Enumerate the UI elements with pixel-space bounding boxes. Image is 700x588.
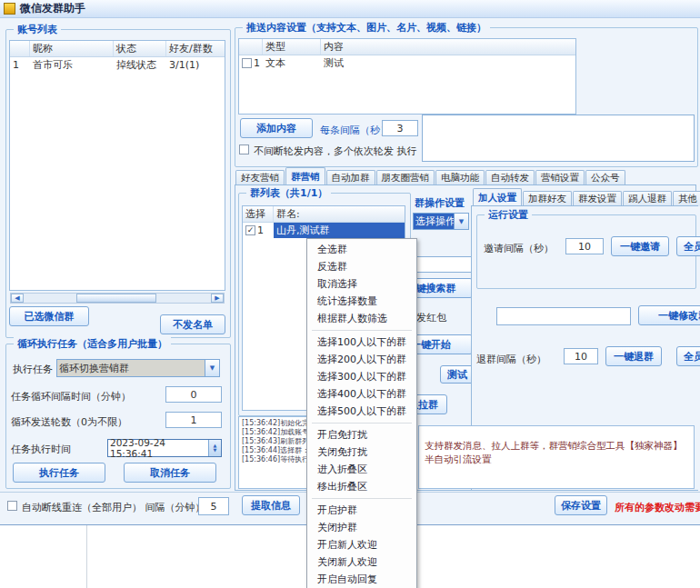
account-table[interactable]: 昵称 状态 好友/群数 1 首市可乐 掉线状态 3/1(1) [9, 40, 225, 291]
menu-item[interactable]: 全选群 [307, 241, 416, 258]
load-selected-groups-button[interactable]: 已选微信群 [9, 306, 89, 326]
auto-reconnect-checkbox[interactable] [7, 501, 17, 511]
tab-member-2[interactable]: 加群好友 [523, 191, 572, 206]
task-select-value: 循环切换营销群 [57, 360, 205, 376]
menu-item[interactable]: 选择400人以下的群 [307, 385, 416, 403]
invite-all-button[interactable]: 全员邀请 [676, 236, 700, 256]
account-table-hscrollbar[interactable]: ◀ ▶ [10, 293, 225, 304]
menu-separator [312, 423, 412, 424]
tab-member-5[interactable]: 其他 [673, 191, 700, 206]
tab-main-1[interactable]: 好友营销 [235, 170, 285, 185]
loop-send-checkbox[interactable] [239, 145, 249, 154]
menu-item[interactable]: 取消选择 [307, 275, 416, 293]
tab-member-3[interactable]: 群发设置 [573, 191, 622, 206]
tab-member-1[interactable]: 加人设置 [473, 188, 522, 206]
chevron-down-icon[interactable]: ▼ [205, 360, 219, 376]
table-row[interactable]: ✓ 1 山丹,测试群 [243, 223, 405, 238]
task-time-input[interactable]: 2023-09-24 15:36:41 ▲▼ [107, 439, 222, 457]
background-edge-line [86, 525, 87, 588]
tab-main-7[interactable]: 营销设置 [535, 170, 585, 185]
extract-info-button[interactable]: 提取信息 [242, 495, 300, 515]
quit-button[interactable]: 一键退群 [605, 346, 662, 366]
save-settings-button[interactable]: 保存设置 [555, 495, 607, 515]
menu-item[interactable]: 开启免打扰 [307, 426, 416, 443]
menu-item[interactable]: 统计选择数量 [307, 293, 416, 310]
menu-separator [312, 498, 412, 499]
menu-item[interactable]: 开启护群 [307, 502, 416, 519]
group-ops-select[interactable]: 选择操作 ▼ [413, 213, 469, 230]
menu-item[interactable]: 选择200人以下的群 [307, 351, 416, 368]
task-rounds-input[interactable]: 1 [165, 412, 222, 428]
rename-input[interactable] [496, 307, 631, 325]
menu-item[interactable]: 选择500人以下的群 [307, 403, 416, 420]
group-row-checkbox[interactable]: ✓ [245, 225, 255, 235]
rename-button[interactable]: 一键修改群名 [638, 305, 700, 325]
task-interval-label: 任务循环间隔时间（分钟） [11, 390, 131, 404]
add-content-button[interactable]: 添加内容 [240, 118, 313, 138]
menu-item[interactable]: 关闭免打扰 [307, 443, 416, 461]
group-col-select: 选择 [243, 206, 274, 222]
group-row-name[interactable]: 山丹,测试群 [274, 223, 405, 238]
tab-main-6[interactable]: 自动转发 [485, 170, 535, 185]
table-row[interactable]: 1 文本 测试 [239, 55, 575, 71]
quit-all-button[interactable]: 全员退群 [676, 346, 700, 366]
gap-input[interactable]: 3 [382, 120, 418, 136]
content-col-index [239, 39, 263, 55]
content-row-checkbox[interactable] [242, 58, 252, 68]
scroll-thumb[interactable] [76, 294, 156, 303]
tab-main-8[interactable]: 公众号 [585, 170, 625, 185]
task-interval-input[interactable]: 0 [165, 386, 222, 403]
group-ops-context-menu: 全选群反选群取消选择统计选择数量根据群人数筛选选择100人以下的群选择200人以… [306, 238, 417, 588]
loop-send-label: 不间断轮发内容，多个依次轮发 执行 [254, 145, 417, 158]
invite-button[interactable]: 一键邀请 [611, 236, 669, 256]
invite-interval-input[interactable]: 10 [565, 238, 604, 254]
menu-item[interactable]: 进入折叠区 [307, 461, 416, 478]
table-row[interactable]: 1 首市可乐 掉线状态 3/1(1) [10, 57, 225, 73]
task-select[interactable]: 循环切换营销群 ▼ [56, 359, 220, 377]
content-preview-box[interactable] [422, 115, 695, 162]
tab-main-3[interactable]: 自动加群 [326, 170, 375, 185]
account-row-status: 掉线状态 [114, 58, 166, 72]
menu-item[interactable]: 选择300人以下的群 [307, 368, 416, 385]
tab-main-5[interactable]: 电脑功能 [435, 170, 485, 185]
title-bar[interactable]: 微信发群助手 [0, 0, 700, 18]
auto-reconnect-input[interactable]: 5 [198, 497, 229, 515]
scroll-left-icon[interactable]: ◀ [11, 294, 24, 303]
no-send-list-button[interactable]: 不发名单 [160, 314, 225, 334]
account-col-counts: 好友/群数 [166, 41, 223, 56]
content-table[interactable]: 类型 内容 1 文本 测试 [238, 38, 576, 115]
unsaved-notice: 所有的参数改动需要保存 [615, 501, 700, 514]
menu-item[interactable]: 根据群人数筛选 [307, 310, 416, 327]
account-col-index [10, 41, 30, 56]
window-title: 微信发群助手 [20, 1, 85, 16]
tab-member-4[interactable]: 踢人退群 [623, 191, 672, 206]
run-task-button[interactable]: 执行任务 [13, 463, 105, 483]
content-table-header: 类型 内容 [239, 39, 575, 55]
menu-item[interactable]: 开启新人欢迎 [307, 536, 416, 553]
account-col-status: 状态 [114, 41, 166, 56]
auto-reconnect-label: 自动断线重连（全部用户） 间隔（分钟） [22, 501, 205, 514]
menu-item[interactable]: 反选群 [307, 258, 416, 275]
scroll-right-icon[interactable]: ▶ [211, 294, 224, 303]
group-ops-label: 群操作设置 [415, 196, 465, 210]
exec-task-label: 执行任务 [13, 363, 53, 376]
spinner-icon[interactable]: ▲▼ [208, 440, 221, 456]
tab-main-4[interactable]: 朋友圈营销 [376, 170, 435, 185]
task-panel-title: 循环执行任务（适合多用户批量） [14, 337, 171, 351]
menu-item[interactable]: 关闭护群 [307, 519, 416, 536]
chevron-down-icon[interactable]: ▼ [454, 214, 468, 229]
menu-item[interactable]: 关闭新人欢迎 [307, 553, 416, 571]
quit-interval-input[interactable]: 10 [564, 348, 598, 364]
menu-item[interactable]: 开启自动回复 [307, 571, 416, 588]
quit-interval-label: 退群间隔（秒） [476, 353, 546, 366]
menu-item[interactable]: 选择100人以下的群 [307, 334, 416, 351]
menu-item[interactable]: 移出折叠区 [307, 478, 416, 495]
promo-notice: 支持群发消息、拉人上群等，群营销综合型工具【独家神器】半自动引流设置 [418, 425, 695, 489]
cancel-task-button[interactable]: 取消任务 [124, 463, 216, 483]
task-time-value: 2023-09-24 15:36:41 [108, 437, 208, 459]
group-col-name: 群名: [274, 206, 405, 222]
test-button[interactable]: 测试 [440, 365, 475, 384]
tab-main-2[interactable]: 群营销 [285, 167, 325, 185]
main-tab-bar: 好友营销群营销自动加群朋友圈营销电脑功能自动转发营销设置公众号 [235, 167, 625, 185]
gap-label: 每条间隔（秒） [320, 124, 390, 137]
